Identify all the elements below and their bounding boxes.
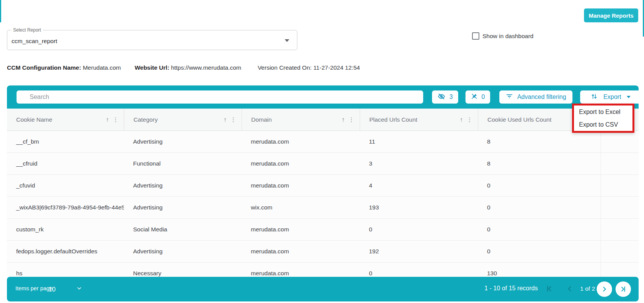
- cell-cookie-name: __cfruid: [7, 153, 124, 174]
- last-page-button[interactable]: [616, 281, 631, 297]
- cell-category: Functional: [124, 153, 242, 174]
- advanced-filtering-button[interactable]: Advanced filtering: [499, 90, 572, 104]
- cell-domain: merudata.com: [242, 263, 360, 277]
- select-report-label: Select Report: [11, 27, 43, 33]
- cell-cookie-name: _wixAB3|69cf3789-79a8-4954-9efb-44e5...: [7, 197, 124, 218]
- select-report-value: ccm_scan_report: [12, 38, 57, 45]
- cell-cookie-used-urls-count: 8: [478, 131, 601, 152]
- report-page: Manage Reports Select Report ccm_scan_re…: [0, 0, 644, 303]
- cell-domain: wix.com: [242, 197, 360, 218]
- table-row[interactable]: custom_rkSocial Mediamerudata.com00: [7, 219, 639, 241]
- show-in-dashboard-label: Show in dashboard: [482, 33, 534, 40]
- sort-ascending-icon[interactable]: ↑: [342, 116, 345, 123]
- column-header-label: Cookie Name: [16, 116, 52, 123]
- column-menu-icon[interactable]: ⋮: [467, 116, 472, 123]
- table-header-row: Cookie Name↑⋮Category↑⋮Domain↑⋮Placed Ur…: [7, 109, 639, 131]
- column-header-category[interactable]: Category↑⋮: [124, 109, 242, 131]
- table-row[interactable]: hsNecessarymerudata.com0130: [7, 263, 639, 277]
- first-page-icon[interactable]: [545, 285, 554, 294]
- caret-down-icon: [627, 96, 631, 98]
- column-menu-icon[interactable]: ⋮: [349, 116, 354, 123]
- table-body: __cf_bmAdvertisingmerudata.com118__cfrui…: [7, 131, 639, 277]
- cell-placed-urls-count: 3: [360, 153, 478, 174]
- cell-spacer: [601, 197, 639, 218]
- website-url-label: Website Url:: [135, 64, 169, 71]
- cell-placed-urls-count: 0: [360, 263, 478, 277]
- column-header-placed-urls-count[interactable]: Placed Urls Count↑⋮: [360, 109, 478, 131]
- cell-category: Advertising: [124, 131, 242, 152]
- export-to-csv-menu-item[interactable]: Export to CSV: [574, 118, 632, 131]
- next-page-button[interactable]: [597, 281, 612, 297]
- cell-placed-urls-count: 193: [360, 197, 478, 218]
- cell-spacer: [601, 219, 639, 240]
- cell-placed-urls-count: 4: [360, 175, 478, 196]
- table-row[interactable]: __cfruidFunctionalmerudata.com38: [7, 153, 639, 175]
- website-url-value: https://www.merudata.com: [171, 64, 241, 71]
- hidden-columns-button[interactable]: 3: [432, 90, 458, 104]
- column-header-label: Cookie Used Urls Count: [487, 116, 551, 123]
- cell-domain: merudata.com: [242, 131, 360, 152]
- show-in-dashboard-checkbox[interactable]: [472, 32, 479, 40]
- column-header-label: Category: [133, 116, 158, 123]
- cell-category: Advertising: [124, 241, 242, 262]
- cell-domain: merudata.com: [242, 175, 360, 196]
- items-per-page-label: Items per page: [15, 285, 53, 291]
- sort-ascending-icon[interactable]: ↑: [224, 116, 227, 123]
- advanced-filtering-label: Advanced filtering: [517, 94, 566, 100]
- table-row[interactable]: fedops.logger.defaultOverridesAdvertisin…: [7, 241, 639, 263]
- cell-cookie-used-urls-count: 8: [478, 153, 601, 174]
- hidden-columns-count: 3: [449, 94, 453, 100]
- config-name-value: Merudata.com: [83, 64, 121, 71]
- sort-ascending-icon[interactable]: ↑: [460, 116, 463, 123]
- items-per-page-select[interactable]: 10: [48, 283, 82, 295]
- column-menu-icon[interactable]: ⋮: [113, 116, 118, 123]
- export-menu: Export to ExcelExport to CSV: [572, 104, 634, 133]
- cell-spacer: [601, 263, 639, 277]
- cell-cookie-used-urls-count: 0: [478, 175, 601, 196]
- cell-placed-urls-count: 192: [360, 241, 478, 262]
- cell-spacer: [601, 131, 639, 152]
- cell-category: Advertising: [124, 197, 242, 218]
- pagination-bar: Items per page 10 1 - 10 of 15 records 1…: [7, 277, 639, 301]
- cell-placed-urls-count: 0: [360, 219, 478, 240]
- cell-cookie-name: _cfuvid: [7, 175, 124, 196]
- column-header-label: Domain: [251, 116, 272, 123]
- cell-cookie-used-urls-count: 0: [478, 241, 601, 262]
- cell-domain: merudata.com: [242, 153, 360, 174]
- column-header-domain[interactable]: Domain↑⋮: [242, 109, 360, 131]
- column-menu-icon[interactable]: ⋮: [230, 116, 236, 123]
- show-in-dashboard: Show in dashboard: [472, 32, 534, 40]
- cell-cookie-name: fedops.logger.defaultOverrides: [7, 241, 124, 262]
- pinned-columns-button[interactable]: 0: [465, 90, 490, 104]
- cell-cookie-used-urls-count: 0: [478, 219, 601, 240]
- export-to-excel-menu-item[interactable]: Export to Excel: [574, 105, 632, 118]
- cell-spacer: [601, 241, 639, 262]
- previous-page-icon[interactable]: [566, 285, 575, 294]
- select-report-dropdown[interactable]: Select Report ccm_scan_report: [7, 30, 297, 50]
- sort-ascending-icon[interactable]: ↑: [106, 116, 109, 123]
- config-name-label: CCM Configuration Name:: [7, 64, 81, 71]
- table-row[interactable]: _cfuvidAdvertisingmerudata.com40: [7, 175, 639, 197]
- page-border-left: [0, 0, 1, 22]
- report-info-row: CCM Configuration Name: Merudata.com Web…: [7, 64, 360, 71]
- eye-off-icon: [437, 92, 445, 102]
- export-button[interactable]: Export: [580, 90, 641, 104]
- pin-off-icon: [471, 93, 478, 101]
- cell-spacer: [601, 175, 639, 196]
- table-row[interactable]: __cf_bmAdvertisingmerudata.com118: [7, 131, 639, 153]
- cell-category: Advertising: [124, 175, 242, 196]
- filter-icon: [506, 92, 513, 102]
- cell-domain: merudata.com: [242, 241, 360, 262]
- column-header-label: Placed Urls Count: [369, 116, 417, 123]
- cell-cookie-name: __cf_bm: [7, 131, 124, 152]
- page-indicator-text: 1 of 2: [580, 285, 595, 292]
- records-range-text: 1 - 10 of 15 records: [461, 285, 538, 292]
- chevron-down-icon: [76, 285, 82, 293]
- table-toolbar: 3 0 Advanced filtering: [7, 85, 639, 109]
- manage-reports-button[interactable]: Manage Reports: [584, 8, 638, 22]
- table-row[interactable]: _wixAB3|69cf3789-79a8-4954-9efb-44e5...A…: [7, 197, 639, 219]
- search-input[interactable]: [17, 90, 423, 104]
- cell-spacer: [601, 153, 639, 174]
- column-header-cookie-name[interactable]: Cookie Name↑⋮: [7, 109, 124, 131]
- cell-placed-urls-count: 11: [360, 131, 478, 152]
